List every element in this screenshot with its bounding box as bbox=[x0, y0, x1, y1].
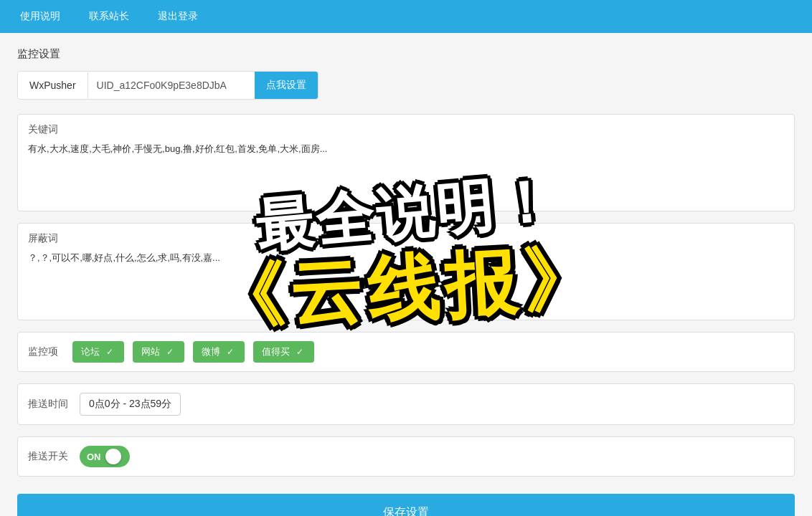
keywords-section: 关键词 bbox=[17, 114, 795, 211]
website-check-icon: ✓ bbox=[164, 346, 176, 358]
worth-buy-check-icon: ✓ bbox=[294, 346, 306, 358]
monitor-chip-website[interactable]: 网站 ✓ bbox=[133, 341, 184, 363]
weibo-label: 微博 bbox=[202, 345, 220, 358]
monitor-chip-weibo[interactable]: 微博 ✓ bbox=[193, 341, 245, 363]
push-toggle-button[interactable]: ON bbox=[80, 446, 130, 467]
wxpusher-uid-input[interactable] bbox=[88, 72, 255, 98]
wxpusher-tab: WxPusher bbox=[18, 72, 88, 98]
keywords-label: 关键词 bbox=[28, 123, 784, 136]
monitor-items-row: 监控项 论坛 ✓ 网站 ✓ 微博 ✓ 值得买 ✓ bbox=[17, 332, 795, 372]
push-switch-row: 推送开关 ON bbox=[17, 436, 795, 477]
keywords-input[interactable] bbox=[28, 142, 784, 199]
wxpusher-setup-button[interactable]: 点我设置 bbox=[255, 72, 318, 99]
monitor-chip-forum[interactable]: 论坛 ✓ bbox=[72, 341, 124, 363]
forum-label: 论坛 bbox=[81, 345, 100, 358]
monitor-chip-worth-buy[interactable]: 值得买 ✓ bbox=[253, 341, 314, 363]
monitor-items-label: 监控项 bbox=[28, 345, 64, 358]
push-time-value: 0点0分 - 23点59分 bbox=[80, 393, 181, 416]
toggle-circle bbox=[105, 449, 121, 464]
wxpusher-row: WxPusher 点我设置 bbox=[17, 71, 318, 100]
push-switch-label: 推送开关 bbox=[28, 450, 71, 463]
section-title: 监控设置 bbox=[17, 47, 795, 61]
forum-check-icon: ✓ bbox=[104, 346, 115, 358]
push-time-row: 推送时间 0点0分 - 23点59分 bbox=[17, 383, 795, 425]
nav-logout[interactable]: 退出登录 bbox=[152, 7, 204, 26]
nav-guide[interactable]: 使用说明 bbox=[14, 7, 66, 26]
nav-contact[interactable]: 联系站长 bbox=[83, 7, 135, 26]
block-words-input[interactable] bbox=[28, 251, 784, 308]
save-settings-button[interactable]: 保存设置 bbox=[17, 494, 795, 516]
push-time-label: 推送时间 bbox=[28, 398, 71, 411]
toggle-on-text: ON bbox=[87, 452, 101, 462]
top-nav: 使用说明 联系站长 退出登录 bbox=[0, 0, 812, 33]
worth-buy-label: 值得买 bbox=[262, 345, 290, 358]
weibo-check-icon: ✓ bbox=[225, 346, 236, 358]
website-label: 网站 bbox=[141, 345, 160, 358]
block-words-label: 屏蔽词 bbox=[28, 232, 784, 245]
main-content: 监控设置 WxPusher 点我设置 关键词 屏蔽词 监控项 论坛 ✓ 网站 ✓… bbox=[0, 33, 812, 516]
block-words-section: 屏蔽词 bbox=[17, 223, 795, 320]
